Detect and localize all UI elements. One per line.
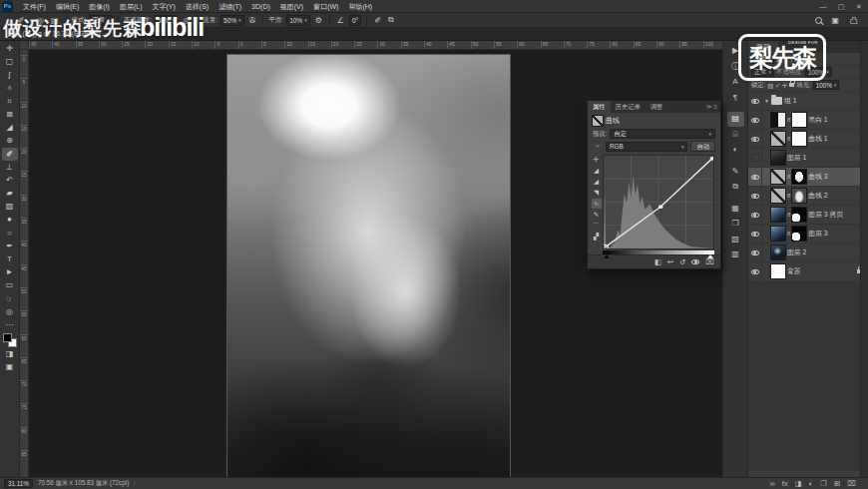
menu-filter[interactable]: 滤镜(T) [214,0,246,13]
mask-link-icon[interactable]: 8 [787,174,790,180]
search-icon[interactable] [815,17,822,24]
healing-tool[interactable]: ⊕ [2,134,18,147]
layer-thumbnail[interactable] [771,208,785,222]
layer-thumbnail[interactable] [771,151,785,165]
visibility-eye-icon[interactable] [748,111,762,129]
brush-pressure-icon[interactable]: ✐ [372,16,383,25]
layer-mask-thumbnail[interactable] [792,132,806,146]
layer-row-curves2[interactable]: 8 曲线 2 [748,187,868,206]
visibility-eye-icon[interactable] [748,149,762,167]
screen-mode-button[interactable]: ▣ [2,360,18,373]
clip-to-layer-icon[interactable]: ◧ [654,257,661,266]
brush-settings-icon[interactable]: ✎ [727,165,744,180]
type-tool[interactable]: T [2,252,18,265]
layer-row-layer2[interactable]: 图层 2 [748,244,868,262]
share-icon[interactable]: 凸 [848,15,860,26]
auto-button[interactable]: 自动 [690,141,715,152]
restore-button[interactable]: ▢ [832,0,850,13]
hand-adjust-icon[interactable]: ✛ [592,155,602,165]
layer-row-layer3[interactable]: 8 图层 3 [748,225,868,244]
layer-mask-thumbnail[interactable] [792,208,806,222]
view-previous-icon[interactable]: ↩ [667,257,673,266]
brush-tool[interactable]: ✐ [2,148,18,161]
channels-panel-icon[interactable]: ▥ [727,247,744,262]
mask-link-icon[interactable]: 8 [787,231,790,237]
layer-mask-thumbnail[interactable] [792,170,806,184]
layer-row-group1[interactable]: ▼ 组 1 [748,92,868,111]
reset-icon[interactable]: ↺ [679,257,685,266]
curves-adjustment-icon[interactable] [771,170,785,184]
tab-adjustments[interactable]: 调整 [646,101,668,113]
foreground-color-swatch[interactable] [3,333,12,342]
color-panel-icon[interactable]: ▧ [727,233,744,247]
eyedropper-tool[interactable]: ◢ [2,121,18,134]
curves-graph[interactable] [603,155,714,249]
smoothing-gear-icon[interactable]: ⚙ [313,16,324,25]
pen-tool[interactable]: ✒ [2,240,18,252]
layer-row-blackwhite1[interactable]: 8 黑白 1 [748,111,868,130]
visibility-eye-icon[interactable] [748,262,762,280]
paragraph-panel-icon[interactable]: ¶ [727,91,744,106]
flow-select[interactable]: 50%▾ [220,15,244,26]
menu-file[interactable]: 文件(F) [18,0,51,13]
more-tools-icon[interactable]: ⋯ [2,318,18,331]
frame-tool[interactable]: ⊠ [2,108,18,121]
layer-row-curves1[interactable]: 8 曲线 1 [748,130,868,149]
angle-field[interactable]: 0° [349,15,361,26]
layer-mask-thumbnail[interactable] [792,189,806,203]
mask-link-icon[interactable]: 8 [787,212,790,218]
adjustments-panel-icon[interactable]: ◐ [727,143,744,158]
link-layers-icon[interactable]: ∞ [769,479,774,488]
swatches-panel-icon[interactable]: ▦ [727,202,744,217]
eraser-tool[interactable]: ▰ [2,187,18,200]
mask-link-icon[interactable]: 8 [787,136,790,142]
airbrush-icon[interactable]: ✇ [247,16,258,25]
lock-all-icon[interactable] [789,83,794,87]
menu-window[interactable]: 窗口(W) [308,0,343,13]
layer-thumbnail[interactable] [771,245,785,259]
libraries-panel-icon[interactable]: ❒ [727,217,744,232]
black-white-adjustment-icon[interactable] [771,113,785,127]
menu-view[interactable]: 视图(V) [275,0,308,13]
zoom-tool[interactable]: ◎ [2,305,18,318]
pencil-tool-icon[interactable]: ✎ [592,210,602,220]
color-swatches[interactable] [3,333,17,347]
visibility-eye-icon[interactable] [748,206,762,224]
smooth-curve-icon[interactable]: ⌒ [592,221,602,231]
gradient-tool[interactable]: ▨ [2,200,18,213]
crop-tool[interactable]: ⌗ [2,95,18,108]
new-layer-icon[interactable]: ⊞ [834,479,840,488]
zoom-level-field[interactable]: 31.11% [4,479,33,488]
black-point-slider[interactable] [604,254,610,258]
snap-icon[interactable]: ▞ [592,232,602,242]
menu-select[interactable]: 选择(S) [181,0,214,13]
menu-layer[interactable]: 图层(L) [115,0,148,13]
visibility-eye-icon[interactable] [748,187,762,205]
layer-mask-thumbnail[interactable] [792,113,806,127]
workspace-icon[interactable]: ▣ [829,16,841,25]
brushes-panel-icon[interactable]: ⌸ [727,128,744,143]
white-point-dropper[interactable]: ◥ [592,188,602,198]
visibility-eye-icon[interactable] [748,92,762,110]
close-button[interactable]: ✕ [850,0,868,13]
new-group-icon[interactable]: ❒ [820,479,827,488]
smoothing-select[interactable]: 10%▾ [286,15,310,26]
curves-adjustment-icon[interactable] [771,189,785,203]
delete-adjustment-icon[interactable]: ⌧ [705,257,714,266]
black-point-dropper[interactable]: ◢ [592,166,602,176]
layer-mask-thumbnail[interactable] [792,227,806,241]
status-options-arrow[interactable]: 〉 [133,479,139,488]
mask-link-icon[interactable]: 8 [787,117,790,123]
blur-tool[interactable]: ● [2,213,18,226]
move-tool[interactable]: ✛ [2,42,18,55]
lasso-tool[interactable]: ʃ [2,68,18,81]
curve-point-tool-icon[interactable]: ∿ [592,199,602,209]
visibility-eye-icon[interactable] [748,244,762,261]
add-mask-icon[interactable]: ◨ [795,479,802,488]
properties-panel-icon[interactable]: ▤ [727,112,744,127]
lock-icons[interactable]: ▨ ✓ ✛ [767,82,787,89]
tab-properties[interactable]: 属性 [588,101,611,113]
visibility-eye-icon[interactable] [748,130,762,148]
layer-row-curves3-selected[interactable]: 8 曲线 3 [748,168,868,187]
channel-select[interactable]: RGB▾ [606,142,687,152]
